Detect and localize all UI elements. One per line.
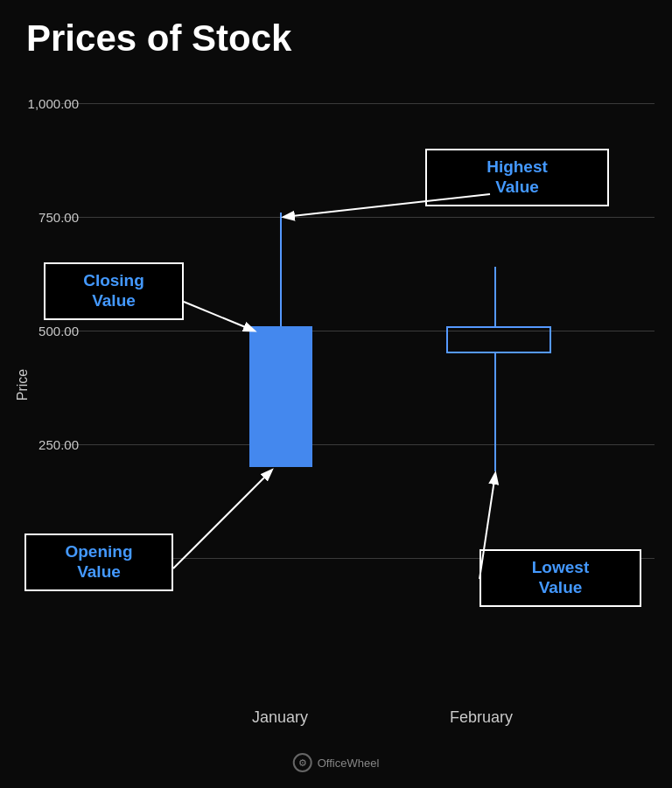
opening-value-annotation: OpeningValue [24,533,173,591]
arrows-overlay [0,0,672,788]
y-tick-500: 500.00 [26,324,79,338]
feb-low-wick [494,353,496,471]
y-tick-1000: 1,000.00 [26,96,79,111]
grid-line-250 [61,444,654,445]
grid-line-750 [61,217,654,218]
feb-candle-body [446,326,551,353]
watermark-icon: ⚙ [293,753,312,772]
jan-candle-body [249,326,312,467]
lowest-value-annotation: LowestValue [480,549,641,607]
grid-line-1000 [61,103,654,104]
feb-high-wick [494,267,496,326]
svg-line-2 [173,471,271,568]
closing-value-annotation: ClosingValue [44,262,184,320]
chart-container: Prices of Stock Price 1,000.00 750.00 50… [0,0,672,788]
y-tick-750: 750.00 [26,210,79,225]
x-label-january: January [228,708,332,727]
watermark: ⚙ OfficeWheel [293,753,380,772]
y-tick-250: 250.00 [26,437,79,452]
jan-high-wick [280,213,282,326]
watermark-text: OfficeWheel [318,757,380,770]
svg-line-1 [184,302,254,331]
chart-title: Prices of Stock [26,17,291,59]
grid-line-500 [61,331,654,331]
highest-value-annotation: HighestValue [425,149,609,206]
y-axis-label: Price [15,369,31,401]
x-label-february: February [420,708,542,727]
